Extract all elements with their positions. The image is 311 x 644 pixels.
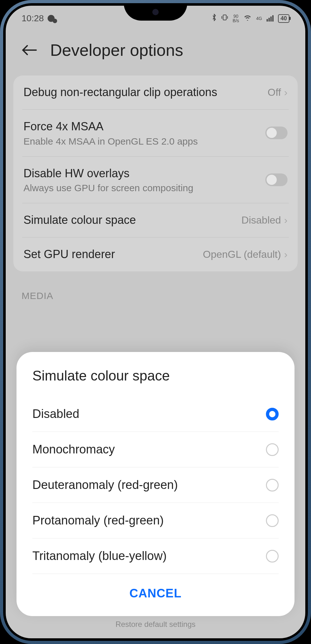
row-hw-overlays[interactable]: Disable HW overlays Always use GPU for s…	[22, 157, 289, 204]
vibrate-icon	[221, 14, 228, 23]
option-label: Tritanomaly (blue-yellow)	[32, 549, 167, 563]
option-disabled[interactable]: Disabled	[32, 396, 279, 432]
radio-selected-icon	[266, 408, 279, 420]
row-title: Debug non-rectangular clip operations	[23, 85, 261, 100]
page-title: Developer options	[50, 41, 183, 60]
row-title: Force 4x MSAA	[23, 119, 259, 134]
row-value: OpenGL (default)	[203, 249, 281, 260]
back-button[interactable]	[22, 42, 37, 58]
option-monochromacy[interactable]: Monochromacy	[32, 432, 279, 467]
chevron-right-icon: ›	[284, 87, 288, 98]
net-type: 4G	[256, 16, 262, 21]
section-label-media: MEDIA	[6, 275, 305, 304]
row-simulate-colour[interactable]: Simulate colour space Disabled ›	[22, 203, 289, 237]
net-speed: 90 B/s	[233, 14, 239, 23]
settings-list: Debug non-rectangular clip operations Of…	[13, 75, 298, 271]
dialog-title: Simulate colour space	[32, 368, 279, 384]
option-deuteranomaly[interactable]: Deuteranomaly (red-green)	[32, 467, 279, 503]
bluetooth-icon	[212, 14, 217, 23]
row-title: Disable HW overlays	[23, 166, 259, 181]
option-label: Disabled	[32, 407, 79, 421]
chevron-right-icon: ›	[284, 249, 288, 260]
page-header: Developer options	[6, 31, 305, 72]
restore-default-hint: Restore default settings	[6, 620, 305, 629]
signal-icon	[267, 15, 274, 22]
row-title: Set GPU renderer	[23, 247, 196, 262]
option-label: Protanomaly (red-green)	[32, 514, 164, 527]
option-label: Deuteranomaly (red-green)	[32, 478, 178, 492]
row-subtitle: Enable 4x MSAA in OpenGL ES 2.0 apps	[23, 136, 259, 147]
row-debug-clip[interactable]: Debug non-rectangular clip operations Of…	[22, 75, 289, 110]
row-value: Disabled	[242, 214, 281, 226]
row-force-msaa[interactable]: Force 4x MSAA Enable 4x MSAA in OpenGL E…	[22, 110, 289, 157]
row-subtitle: Always use GPU for screen compositing	[23, 183, 259, 193]
cancel-button[interactable]: CANCEL	[32, 574, 279, 607]
radio-icon	[266, 443, 279, 456]
wifi-icon	[243, 14, 252, 23]
toggle-switch[interactable]	[265, 127, 288, 139]
option-protanomaly[interactable]: Protanomaly (red-green)	[32, 503, 279, 538]
radio-icon	[266, 550, 279, 563]
option-tritanomaly[interactable]: Tritanomaly (blue-yellow)	[32, 538, 279, 574]
row-value: Off	[268, 87, 281, 98]
radio-icon	[266, 479, 279, 491]
toggle-switch[interactable]	[265, 173, 288, 186]
svg-rect-0	[223, 15, 226, 20]
row-gpu-renderer[interactable]: Set GPU renderer OpenGL (default) ›	[22, 237, 289, 271]
wechat-icon	[48, 15, 55, 22]
battery-icon: 40	[278, 14, 289, 23]
chevron-right-icon: ›	[284, 214, 288, 226]
dialog-simulate-colour: Simulate colour space Disabled Monochrom…	[17, 352, 294, 616]
row-title: Simulate colour space	[23, 213, 235, 228]
option-label: Monochromacy	[32, 443, 115, 456]
radio-icon	[266, 514, 279, 527]
status-time: 10:28	[22, 13, 44, 23]
